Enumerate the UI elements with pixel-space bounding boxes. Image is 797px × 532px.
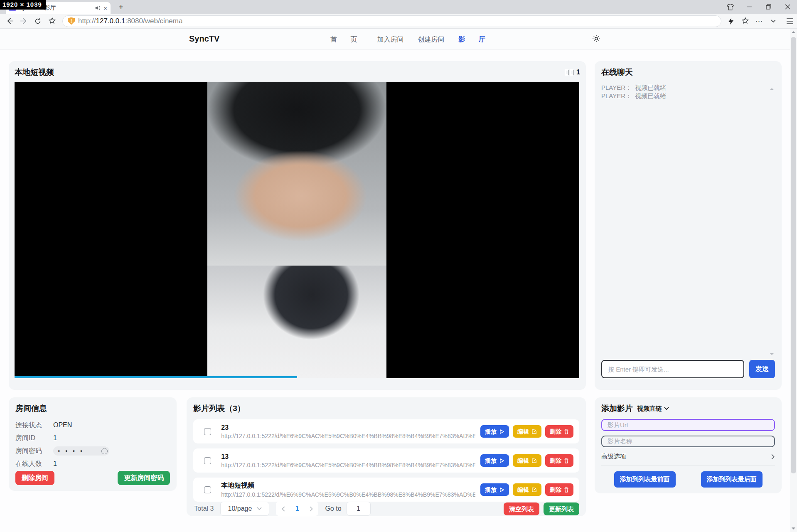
movie-checkbox[interactable] xyxy=(204,486,211,493)
nav-item-cinema[interactable]: 影 厅 xyxy=(458,35,491,44)
movie-row: 13 http://127.0.0.1:5222/d/%E6%9C%AC%E5%… xyxy=(193,448,579,473)
toolbar-right-icons: ⋯ xyxy=(724,15,797,27)
video-scene-bottom xyxy=(207,266,386,378)
more-options-icon[interactable]: ⋯ xyxy=(752,15,766,27)
add-to-back-button[interactable]: 添加到列表最后面 xyxy=(701,471,763,488)
chevron-down-icon xyxy=(257,507,262,510)
online-count-value: 1 xyxy=(53,460,57,468)
chat-scroll-up-icon[interactable] xyxy=(770,84,774,92)
play-icon xyxy=(499,429,504,434)
video-player-card: 本地短视频 1 xyxy=(9,61,586,390)
next-page-icon[interactable] xyxy=(304,502,318,516)
menu-hamburger-icon[interactable] xyxy=(783,15,797,27)
chevron-right-icon xyxy=(771,454,775,460)
add-movie-card: 添加影片 视频直链 高级选项 添加到列表最前面 添加到列表最 xyxy=(595,397,782,493)
video-scene-top xyxy=(207,82,386,266)
movie-url: http://127.0.0.1:5222/d/%E6%9C%AC%E5%9C%… xyxy=(221,491,475,498)
room-online-row: 在线人数 1 xyxy=(15,459,170,468)
advanced-options-toggle[interactable]: 高级选项 xyxy=(601,453,775,466)
extension-tshirt-icon[interactable] xyxy=(721,0,740,14)
add-to-front-button[interactable]: 添加到列表最前面 xyxy=(614,471,676,488)
play-button[interactable]: 播放 xyxy=(480,454,509,467)
scrollbar-up-icon[interactable] xyxy=(790,29,797,35)
new-tab-button[interactable]: + xyxy=(116,2,126,12)
not-secure-shield-icon[interactable]: ! xyxy=(68,17,75,25)
movie-name-input[interactable] xyxy=(601,436,775,448)
chat-input[interactable] xyxy=(601,360,744,378)
clear-list-button[interactable]: 清空列表 xyxy=(504,502,539,515)
tab-audio-icon[interactable] xyxy=(95,5,101,11)
back-icon[interactable] xyxy=(2,15,17,27)
page-viewport: SyncTV 首 页 加入房间 创建房间 影 厅 本地短视频 xyxy=(0,29,790,532)
play-button[interactable]: 播放 xyxy=(480,425,509,438)
viewers-icon xyxy=(565,70,568,75)
room-info-title: 房间信息 xyxy=(15,403,170,414)
chat-scroll-down-icon[interactable] xyxy=(770,350,774,357)
movie-list-title: 影片列表（3） xyxy=(193,403,579,414)
source-type-select[interactable]: 视频直链 xyxy=(637,405,669,413)
forward-icon[interactable] xyxy=(17,15,31,27)
movie-list-card: 影片列表（3） 23 http://127.0.0.1:5222/d/%E6%9… xyxy=(187,397,586,516)
nav-item-create-room[interactable]: 创建房间 xyxy=(418,35,444,44)
goto-label: Go to xyxy=(325,505,341,512)
browser-window: SyncTV - 影厅 × 1920 × 1039 + xyxy=(0,0,797,532)
performance-lightning-icon[interactable] xyxy=(724,15,738,27)
edit-button[interactable]: 编辑 xyxy=(513,454,541,467)
bookmark-star-icon[interactable] xyxy=(738,15,752,27)
prev-page-icon[interactable] xyxy=(276,502,290,516)
delete-room-button[interactable]: 删除房间 xyxy=(15,471,54,485)
close-window-button[interactable] xyxy=(778,0,797,14)
movie-url: http://127.0.0.1:5222/d/%E6%9C%AC%E5%9C%… xyxy=(221,433,475,439)
page-size-select[interactable]: 10/page xyxy=(220,502,269,516)
nav-item-join-room[interactable]: 加入房间 xyxy=(377,35,403,44)
video-progress-bar[interactable] xyxy=(15,376,297,378)
send-button[interactable]: 发送 xyxy=(749,360,775,378)
video-player[interactable] xyxy=(15,82,579,378)
refresh-icon[interactable] xyxy=(31,15,45,27)
room-id-row: 房间ID 1 xyxy=(15,433,170,443)
scrollbar-thumb[interactable] xyxy=(791,37,796,473)
page-scrollbar[interactable] xyxy=(790,29,797,532)
viewers-icon xyxy=(570,70,573,75)
movie-name: 本地短视频 xyxy=(221,481,475,490)
chat-card: 在线聊天 PLAYER：视频已就绪 PLAYER：视频已就绪 发送 xyxy=(595,61,782,390)
refresh-list-button[interactable]: 更新列表 xyxy=(544,502,579,515)
chat-message-list[interactable]: PLAYER：视频已就绪 PLAYER：视频已就绪 xyxy=(601,84,775,360)
minimize-button[interactable] xyxy=(740,0,759,14)
movie-row: 23 http://127.0.0.1:5222/d/%E6%9C%AC%E5%… xyxy=(193,419,579,443)
url-text: http://127.0.0.1:8080/web/cinema xyxy=(78,17,182,25)
edit-button[interactable]: 编辑 xyxy=(513,483,541,496)
tab-strip: SyncTV - 影厅 × 1920 × 1039 + xyxy=(0,0,797,14)
edit-icon xyxy=(531,487,537,493)
room-status-row: 连接状态 OPEN xyxy=(15,421,170,430)
restore-button[interactable] xyxy=(759,0,778,14)
movie-checkbox[interactable] xyxy=(204,457,211,464)
add-movie-title: 添加影片 xyxy=(601,403,633,414)
password-reveal-icon[interactable] xyxy=(101,448,108,454)
url-bar[interactable]: ! http://127.0.0.1:8080/web/cinema xyxy=(62,15,721,27)
delete-button[interactable]: 删除 xyxy=(545,425,573,438)
delete-button[interactable]: 删除 xyxy=(545,454,573,467)
current-page[interactable]: 1 xyxy=(290,502,304,516)
goto-page-input[interactable] xyxy=(347,502,371,516)
play-button[interactable]: 播放 xyxy=(480,483,509,496)
nav-item-home[interactable]: 首 页 xyxy=(330,35,363,44)
movie-url: http://127.0.0.1:5222/d/%E6%9C%AC%E5%9C%… xyxy=(221,462,475,468)
update-password-button[interactable]: 更新房间密码 xyxy=(118,471,170,485)
edit-icon xyxy=(531,429,537,434)
delete-button[interactable]: 删除 xyxy=(545,483,573,496)
favorites-bar-icon[interactable] xyxy=(45,15,59,27)
tab-close-icon[interactable]: × xyxy=(103,5,107,12)
edit-button[interactable]: 编辑 xyxy=(513,425,541,438)
play-icon xyxy=(499,487,504,493)
connection-status-value: OPEN xyxy=(53,421,72,429)
room-password-field[interactable]: ● ● ● ● xyxy=(53,446,109,456)
scrollbar-down-icon[interactable] xyxy=(790,525,797,532)
theme-sun-icon[interactable] xyxy=(592,34,601,43)
brand-logo[interactable]: SyncTV xyxy=(189,34,219,44)
movie-checkbox[interactable] xyxy=(204,428,211,435)
toolbar-chevron-down-icon[interactable] xyxy=(766,15,780,27)
movie-name: 13 xyxy=(221,453,475,461)
movie-url-input[interactable] xyxy=(601,419,775,431)
chat-title: 在线聊天 xyxy=(601,67,775,78)
